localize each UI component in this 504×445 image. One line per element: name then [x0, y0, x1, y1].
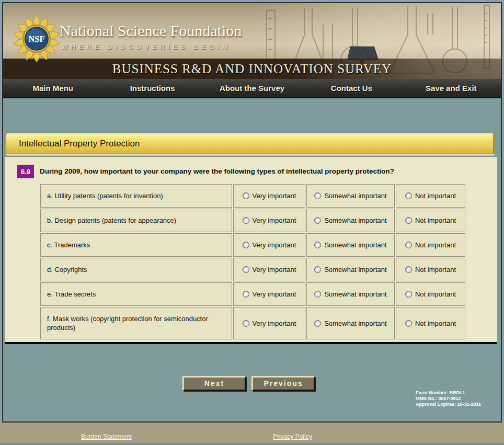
dark-stopper-shape: [347, 47, 379, 60]
row-label: a. Utility patents (patents for inventio…: [40, 184, 232, 208]
option-label: Not important: [415, 320, 456, 327]
option-label: Very important: [253, 192, 296, 200]
option-label: Very important: [253, 320, 296, 327]
option-label: Not important: [415, 192, 456, 200]
option-label: Somewhat important: [324, 290, 386, 298]
option-cell[interactable]: Very important: [233, 184, 305, 208]
form-meta: Form Number: BRDI-1 OMB No.: 0607-0912 A…: [416, 390, 499, 407]
option-cell[interactable]: Somewhat important: [306, 209, 395, 232]
option-label: Not important: [415, 266, 456, 273]
option-label: Not important: [415, 241, 456, 249]
header-banner: NSF National Science Foundation WHERE DI…: [3, 3, 501, 79]
nav-save-and-exit[interactable]: Save and Exit: [402, 79, 501, 97]
radio-not-important[interactable]: [405, 291, 412, 298]
radio-very-important[interactable]: [243, 266, 249, 273]
main-nav: Main Menu Instructions About the Survey …: [3, 79, 501, 98]
option-label: Very important: [253, 290, 296, 298]
option-cell[interactable]: Very important: [233, 307, 305, 339]
option-label: Very important: [253, 241, 296, 249]
option-label: Somewhat important: [324, 192, 386, 200]
option-label: Very important: [253, 216, 296, 224]
row-label: d. Copyrights: [40, 258, 232, 281]
option-label: Somewhat important: [324, 216, 386, 224]
table-row: f. Mask works (copyright protection for …: [40, 307, 465, 339]
burden-statement-link[interactable]: Burden Statement: [81, 433, 132, 440]
radio-not-important[interactable]: [405, 217, 412, 224]
radio-somewhat-important[interactable]: [314, 242, 321, 248]
importance-table: a. Utility patents (patents for inventio…: [39, 183, 466, 340]
radio-not-important[interactable]: [405, 320, 412, 327]
privacy-policy-link[interactable]: Privacy Policy: [273, 433, 312, 440]
form-number: Form Number: BRDI-1: [416, 390, 499, 396]
option-cell[interactable]: Somewhat important: [306, 258, 395, 281]
option-cell[interactable]: Very important: [233, 258, 305, 281]
radio-somewhat-important[interactable]: [314, 266, 321, 273]
option-label: Not important: [415, 216, 456, 224]
option-cell[interactable]: Not important: [396, 184, 465, 208]
radio-somewhat-important[interactable]: [314, 217, 321, 224]
table-row: d. Copyrights Very important Somewhat im…: [40, 258, 465, 281]
option-cell[interactable]: Not important: [396, 307, 465, 339]
radio-very-important[interactable]: [243, 320, 249, 327]
row-label: e. Trade secrets: [40, 282, 232, 306]
nsf-logo: NSF: [12, 14, 62, 64]
option-label: Somewhat important: [324, 241, 386, 249]
radio-very-important[interactable]: [243, 192, 249, 199]
next-button[interactable]: Next: [183, 376, 246, 391]
org-name: National Science Foundation: [60, 22, 242, 40]
svg-text:NSF: NSF: [29, 34, 45, 44]
survey-title: BUSINESS R&D AND INNOVATION SURVEY: [3, 62, 501, 76]
omb-number: OMB No.: 0607-0912: [416, 396, 499, 402]
option-label: Somewhat important: [324, 320, 386, 327]
previous-button[interactable]: Previous: [252, 376, 315, 391]
row-label: c. Trademarks: [40, 233, 232, 257]
radio-somewhat-important[interactable]: [314, 320, 321, 327]
option-cell[interactable]: Very important: [233, 209, 305, 232]
radio-very-important[interactable]: [243, 217, 249, 224]
approval-expires: Approval Expires: 10-31-2011: [416, 402, 499, 407]
bottom-strip: [0, 443, 504, 445]
section-title-bar: Intellectual Property Protection: [6, 133, 495, 154]
table-row: e. Trade secrets Very important Somewhat…: [40, 282, 465, 306]
option-cell[interactable]: Somewhat important: [306, 307, 395, 339]
option-cell[interactable]: Not important: [396, 209, 465, 232]
option-label: Somewhat important: [324, 266, 386, 273]
page-footer: Burden Statement Privacy Policy: [0, 423, 504, 443]
question-text: During 2009, how important to your compa…: [40, 167, 394, 175]
question-panel: 6.9 During 2009, how important to your c…: [5, 157, 497, 344]
option-cell[interactable]: Not important: [396, 233, 465, 257]
question-number-badge: 6.9: [17, 165, 34, 178]
content-frame: NSF National Science Foundation WHERE DI…: [2, 2, 502, 423]
radio-not-important[interactable]: [405, 266, 412, 273]
option-label: Not important: [415, 290, 456, 298]
nav-instructions[interactable]: Instructions: [102, 79, 202, 97]
row-label: b. Design patents (patents for appearanc…: [40, 209, 232, 232]
radio-not-important[interactable]: [405, 242, 412, 248]
option-cell[interactable]: Not important: [396, 258, 465, 281]
option-cell[interactable]: Somewhat important: [306, 233, 395, 257]
survey-page: NSF National Science Foundation WHERE DI…: [0, 0, 504, 445]
option-cell[interactable]: Somewhat important: [306, 184, 395, 208]
table-row: c. Trademarks Very important Somewhat im…: [40, 233, 465, 257]
table-row: b. Design patents (patents for appearanc…: [40, 209, 465, 232]
option-cell[interactable]: Very important: [233, 233, 305, 257]
option-label: Very important: [253, 266, 296, 273]
nav-about-the-survey[interactable]: About the Survey: [202, 79, 302, 97]
radio-very-important[interactable]: [243, 291, 249, 298]
radio-not-important[interactable]: [405, 192, 412, 199]
nav-contact-us[interactable]: Contact Us: [302, 79, 401, 97]
radio-somewhat-important[interactable]: [314, 192, 321, 199]
radio-very-important[interactable]: [243, 242, 249, 248]
nav-main-menu[interactable]: Main Menu: [3, 79, 102, 97]
table-row: a. Utility patents (patents for inventio…: [40, 184, 465, 208]
option-cell[interactable]: Not important: [396, 282, 465, 306]
row-label: f. Mask works (copyright protection for …: [40, 307, 232, 339]
option-cell[interactable]: Somewhat important: [306, 282, 395, 306]
radio-somewhat-important[interactable]: [314, 291, 321, 298]
option-cell[interactable]: Very important: [233, 282, 305, 306]
org-tagline: WHERE DISCOVERIES BEGIN: [61, 43, 231, 51]
